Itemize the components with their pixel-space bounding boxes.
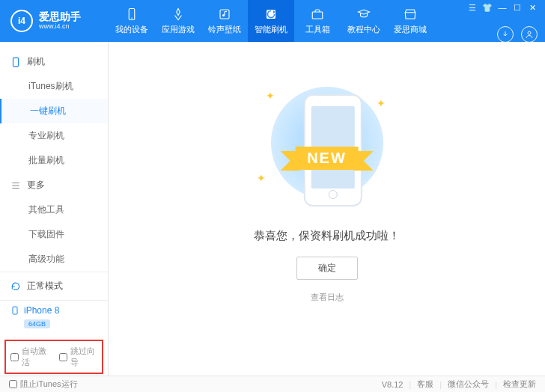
sidebar-group-label: 刷机	[27, 55, 45, 68]
store-icon	[404, 7, 417, 21]
sidebar-item-batch[interactable]: 批量刷机	[0, 148, 108, 173]
nav-label: 应用游戏	[162, 24, 195, 35]
nav-label: 智能刷机	[255, 24, 287, 35]
sidebar-item-download[interactable]: 下载固件	[0, 222, 108, 247]
checkbox-label: 跳过向导	[70, 346, 97, 368]
nav-toolbox[interactable]: 工具箱	[294, 0, 341, 42]
device-row[interactable]: iPhone 8 64GB	[0, 300, 108, 335]
options-row: 自动激活 跳过向导	[4, 340, 103, 374]
ok-button[interactable]: 确定	[296, 257, 358, 280]
nav-label: 爱思商城	[394, 24, 427, 35]
skip-guide-checkbox[interactable]: 跳过向导	[59, 346, 97, 368]
logo-icon: i4	[10, 10, 33, 32]
nav-label: 教程中心	[347, 24, 380, 35]
phone-small-icon	[10, 306, 19, 315]
device-icon	[125, 7, 138, 21]
svg-point-6	[528, 31, 531, 34]
download-button[interactable]	[497, 26, 514, 43]
flash-icon	[264, 7, 278, 21]
nav-apps[interactable]: 应用游戏	[155, 0, 201, 42]
update-link[interactable]: 检查更新	[503, 379, 536, 390]
main-panel: ✦ ✦ ✦ NEW 恭喜您，保资料刷机成功啦！ 确定 查看日志	[109, 42, 545, 376]
minimize-icon[interactable]: —	[497, 2, 508, 13]
close-icon[interactable]: ✕	[527, 2, 538, 13]
sidebar-item-itunes[interactable]: iTunes刷机	[0, 74, 108, 99]
version-label: V8.12	[382, 380, 404, 389]
svg-rect-8	[13, 307, 17, 314]
brand-title: 爱思助手	[39, 11, 81, 22]
auto-activate-checkbox[interactable]: 自动激活	[10, 346, 49, 368]
nav-ringtone[interactable]: 铃声壁纸	[201, 0, 248, 42]
sidebar-item-pro[interactable]: 专业刷机	[0, 123, 108, 148]
nav-flash[interactable]: 智能刷机	[248, 0, 294, 42]
maximize-icon[interactable]: ☐	[512, 2, 523, 13]
apps-icon	[171, 7, 185, 21]
sidebar-group-more[interactable]: 更多	[0, 173, 108, 197]
sidebar-group-flash[interactable]: 刷机	[0, 49, 108, 74]
user-button[interactable]	[521, 26, 538, 43]
block-itunes-checkbox[interactable]: 阻止iTunes运行	[9, 379, 78, 390]
support-link[interactable]: 客服	[417, 379, 433, 390]
nav-label: 工具箱	[305, 24, 330, 35]
sidebar-item-advanced[interactable]: 高级功能	[0, 247, 108, 272]
nav-label: 铃声壁纸	[208, 24, 241, 35]
svg-rect-7	[13, 58, 19, 67]
checkbox-label: 自动激活	[22, 346, 49, 368]
menu-icon[interactable]: ☰	[467, 2, 478, 13]
mode-row[interactable]: 正常模式	[0, 272, 108, 300]
mode-label: 正常模式	[27, 280, 63, 293]
sidebar-group-label: 更多	[27, 179, 45, 192]
refresh-icon	[10, 281, 21, 292]
top-nav: 我的设备 应用游戏 铃声壁纸 智能刷机 工具箱 教程中心 爱思商城	[109, 0, 433, 42]
wechat-link[interactable]: 微信公众号	[448, 379, 489, 390]
sidebar: 刷机 iTunes刷机 一键刷机 专业刷机 批量刷机 更多 其他工具 下载固件 …	[0, 42, 109, 376]
svg-rect-5	[312, 12, 323, 19]
brand-subtitle: www.i4.cn	[39, 23, 81, 31]
nav-store[interactable]: 爱思商城	[387, 0, 433, 42]
storage-badge: 64GB	[24, 319, 50, 328]
phone-icon	[10, 57, 21, 67]
nav-my-device[interactable]: 我的设备	[109, 0, 155, 42]
tutorial-icon	[357, 7, 371, 21]
success-message: 恭喜您，保资料刷机成功啦！	[254, 229, 400, 243]
ribbon-text: NEW	[295, 147, 359, 170]
sidebar-item-other[interactable]: 其他工具	[0, 197, 108, 222]
success-illustration: ✦ ✦ ✦ NEW	[252, 79, 402, 214]
ringtone-icon	[218, 7, 231, 21]
view-log-link[interactable]: 查看日志	[311, 292, 344, 303]
checkbox-label: 阻止iTunes运行	[20, 379, 78, 390]
toolbox-icon	[311, 7, 324, 21]
logo-area: i4 爱思助手 www.i4.cn	[0, 10, 109, 32]
nav-tutorial[interactable]: 教程中心	[341, 0, 387, 42]
svg-point-1	[131, 17, 133, 19]
list-icon	[10, 180, 21, 191]
tshirt-icon[interactable]: 👕	[482, 2, 493, 13]
nav-label: 我的设备	[115, 24, 148, 35]
sidebar-item-oneclick[interactable]: 一键刷机	[0, 99, 108, 123]
device-name: iPhone 8	[24, 305, 59, 316]
